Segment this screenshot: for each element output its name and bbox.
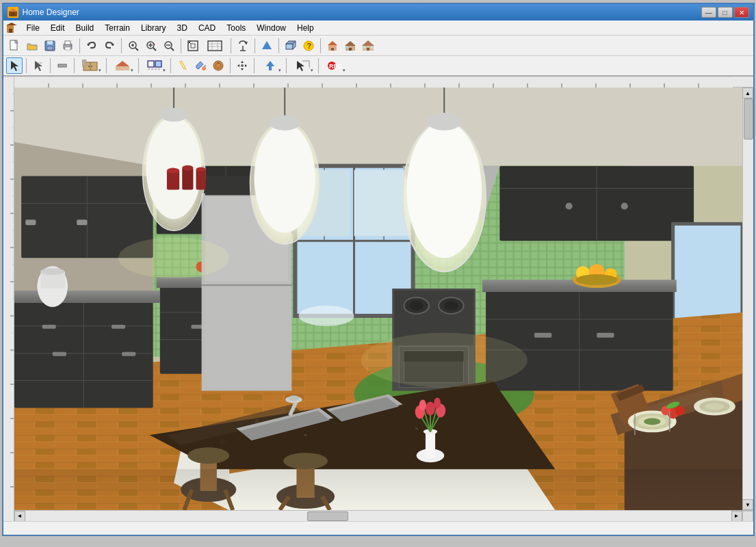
zoom-out-button[interactable]: - (161, 38, 177, 54)
menu-file[interactable]: File (21, 22, 45, 34)
new-button[interactable] (6, 38, 23, 54)
roof-tool[interactable]: ▾ (110, 57, 135, 74)
scroll-track-horizontal[interactable] (25, 511, 731, 521)
rotate-button[interactable] (235, 38, 251, 54)
up-button[interactable] (259, 38, 275, 54)
scroll-thumb-horizontal[interactable] (307, 511, 348, 521)
paint-tool[interactable] (192, 57, 209, 74)
svg-marker-85 (266, 61, 274, 66)
house1-button[interactable] (324, 38, 341, 54)
svg-rect-33 (208, 41, 222, 51)
svg-point-66 (91, 66, 92, 67)
texture-tool[interactable] (210, 57, 226, 74)
menu-cad[interactable]: CAD (193, 22, 221, 34)
menu-terrain[interactable]: Terrain (99, 22, 135, 34)
canvas-wrapper: ▲ ▼ ◄ ► (14, 77, 753, 521)
app-menu-icon (5, 22, 18, 34)
3d-view-button[interactable] (283, 38, 299, 54)
svg-rect-49 (331, 48, 334, 51)
sep-t2-6 (170, 58, 171, 73)
svg-rect-2 (12, 13, 14, 16)
pencil-tool[interactable] (174, 57, 191, 74)
fit-view-button[interactable] (185, 38, 201, 54)
svg-marker-82 (237, 64, 239, 67)
house2-button[interactable] (342, 38, 359, 54)
svg-rect-8 (47, 41, 53, 44)
scroll-thumb-vertical[interactable] (744, 98, 753, 139)
svg-line-27 (171, 48, 174, 51)
menu-build[interactable]: Build (70, 22, 100, 34)
minimize-button[interactable]: — (701, 7, 716, 18)
zoom-in-tool-button[interactable]: + (143, 38, 159, 54)
transform-tool[interactable]: ▾ (290, 57, 315, 74)
menu-library[interactable]: Library (135, 22, 172, 34)
svg-rect-70 (148, 61, 154, 67)
svg-marker-68 (116, 61, 129, 66)
save-button[interactable] (42, 38, 58, 54)
sep-4 (231, 38, 231, 53)
help-button[interactable]: ? (300, 38, 317, 54)
svg-point-13 (70, 45, 72, 46)
maximize-button[interactable]: □ (718, 7, 733, 18)
canvas-top: ▲ ▼ (14, 88, 753, 510)
redo-button[interactable] (101, 38, 118, 54)
record-button[interactable]: REC ▾ (322, 57, 347, 74)
select-tool[interactable] (6, 57, 23, 74)
sep-t2-10 (318, 58, 319, 73)
window-title: Home Designer (23, 8, 79, 17)
snap-tool[interactable]: ▾ (142, 57, 167, 74)
svg-rect-56 (367, 48, 369, 51)
scroll-up-button[interactable]: ▲ (742, 88, 753, 98)
cabinet-tool[interactable]: ▾ (78, 57, 103, 74)
arrow-up-tool[interactable]: ▾ (258, 57, 283, 74)
menu-edit[interactable]: Edit (45, 22, 70, 34)
scroll-right-button[interactable]: ► (731, 511, 742, 522)
open-button[interactable] (24, 38, 40, 54)
sep-7 (320, 38, 321, 53)
svg-point-79 (218, 62, 219, 64)
scroll-down-button[interactable]: ▼ (742, 499, 753, 510)
print-button[interactable] (60, 38, 76, 54)
menu-3d[interactable]: 3D (172, 22, 193, 34)
zoom-in-button[interactable] (125, 38, 142, 54)
scroll-track-vertical[interactable] (743, 98, 753, 499)
menu-help[interactable]: Help (291, 22, 320, 34)
menu-bar: File Edit Build Terrain Library 3D CAD T… (3, 21, 753, 36)
toolbar-main: + - ? (3, 36, 753, 56)
svg-text:?: ? (307, 42, 311, 50)
svg-line-19 (135, 48, 138, 51)
svg-marker-47 (328, 41, 337, 45)
sep-t2-2 (50, 58, 51, 73)
sep-1 (79, 38, 80, 53)
draw-tool[interactable] (30, 57, 47, 74)
svg-rect-11 (65, 41, 70, 44)
sep-5 (255, 38, 255, 53)
svg-line-23 (153, 48, 156, 51)
svg-marker-83 (245, 64, 247, 67)
undo-button[interactable] (83, 38, 100, 54)
svg-rect-62 (58, 64, 66, 67)
svg-rect-58 (371, 46, 373, 49)
svg-rect-5 (9, 29, 12, 33)
fit-window-button[interactable] (203, 38, 227, 54)
house3-button[interactable] (360, 38, 376, 54)
vertical-scrollbar[interactable]: ▲ ▼ (742, 88, 753, 510)
svg-marker-80 (241, 61, 244, 63)
wall-tool[interactable] (54, 57, 70, 74)
sep-t2-4 (106, 58, 107, 73)
menu-window[interactable]: Window (251, 22, 291, 34)
horizontal-scrollbar[interactable]: ◄ ► (14, 510, 753, 521)
toolbar-secondary: ▾ ▾ ▾ (3, 56, 753, 77)
move-tool[interactable] (234, 57, 250, 74)
sep-t2-3 (74, 58, 75, 73)
menu-tools[interactable]: Tools (221, 22, 251, 34)
sep-t2-7 (230, 58, 231, 73)
svg-marker-30 (191, 44, 195, 48)
viewport-3d[interactable] (14, 88, 742, 510)
sep-6 (278, 38, 279, 53)
scroll-left-button[interactable]: ◄ (14, 511, 25, 522)
horizontal-ruler (14, 77, 753, 88)
window-controls: — □ ✕ (701, 7, 749, 18)
close-button[interactable]: ✕ (734, 7, 749, 18)
scrollbar-corner (742, 511, 753, 522)
